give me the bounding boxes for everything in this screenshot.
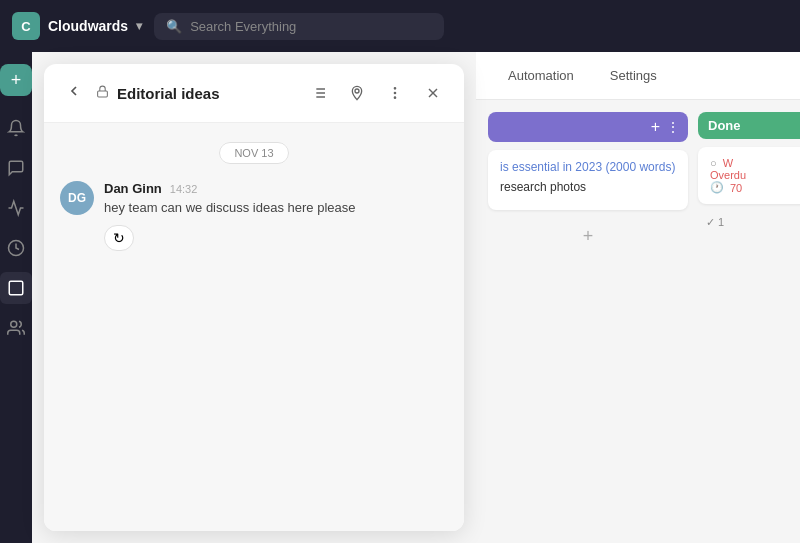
avatar: DG xyxy=(60,181,94,215)
tab-automation[interactable]: Automation xyxy=(492,60,590,91)
message-row: DG Dan Ginn 14:32 hey team can we discus… xyxy=(60,181,448,251)
brand-area[interactable]: C Cloudwards ▾ xyxy=(12,12,142,40)
task-time: 🕐 70 xyxy=(710,181,800,194)
sidebar-item-users[interactable] xyxy=(0,312,32,344)
svg-point-12 xyxy=(394,92,395,93)
task-time-value: 70 xyxy=(730,182,742,194)
sidebar-item-bell[interactable] xyxy=(0,112,32,144)
topbar: C Cloudwards ▾ 🔍 xyxy=(0,0,800,52)
task-subtask: research photos xyxy=(500,180,676,194)
message-author: Dan Ginn xyxy=(104,181,162,196)
search-icon: 🔍 xyxy=(166,19,182,34)
search-bar[interactable]: 🔍 xyxy=(154,13,444,40)
done-task: ○ W Overdu 🕐 70 xyxy=(698,147,800,204)
message-text: hey team can we discuss ideas here pleas… xyxy=(104,199,448,217)
column-header-purple: + ⋮ xyxy=(488,112,688,142)
column-menu-button[interactable]: ⋮ xyxy=(666,119,680,135)
chat-panel: Editorial ideas xyxy=(44,64,464,531)
check-count: ✓ 1 xyxy=(698,212,800,233)
pin-icon-btn[interactable] xyxy=(342,78,372,108)
kanban-area: Automation Settings + ⋮ is essential in … xyxy=(476,52,800,543)
add-button[interactable]: + xyxy=(0,64,32,96)
kanban-column-done: Done 1 Task w... ○ W Overdu 🕐 xyxy=(698,112,800,531)
sidebar-item-chart[interactable] xyxy=(0,192,32,224)
kanban-task: is essential in 2023 (2000 words) resear… xyxy=(488,150,688,210)
sidebar-item-chat[interactable] xyxy=(0,152,32,184)
message-time: 14:32 xyxy=(170,183,198,195)
kanban-content: + ⋮ is essential in 2023 (2000 words) re… xyxy=(476,100,800,543)
svg-point-10 xyxy=(355,89,359,93)
back-button[interactable] xyxy=(60,81,88,105)
filter-icon-btn[interactable] xyxy=(304,78,334,108)
date-divider: NOV 13 xyxy=(60,143,448,161)
svg-point-11 xyxy=(394,88,395,89)
brand-chevron-icon: ▾ xyxy=(136,19,142,33)
done-title: Done xyxy=(708,118,800,133)
svg-rect-1 xyxy=(9,281,23,295)
brand-icon: C xyxy=(12,12,40,40)
content-area: Editorial ideas xyxy=(32,52,800,543)
column-header-done: Done 1 Task w... xyxy=(698,112,800,139)
task-overdue-label: Overdu xyxy=(710,169,800,181)
lock-icon xyxy=(96,85,109,101)
sidebar-item-box[interactable] xyxy=(0,272,32,304)
brand-name: Cloudwards xyxy=(48,18,128,34)
more-icon-btn[interactable] xyxy=(380,78,410,108)
search-input[interactable] xyxy=(190,19,432,34)
tab-settings[interactable]: Settings xyxy=(594,60,673,91)
sidebar-item-clock[interactable] xyxy=(0,232,32,264)
sidebar: + xyxy=(0,52,32,543)
overdue-text: Overdu xyxy=(710,169,746,181)
column-add-button[interactable]: + xyxy=(651,118,660,136)
chat-header: Editorial ideas xyxy=(44,64,464,123)
message-meta: Dan Ginn 14:32 xyxy=(104,181,448,196)
chat-body: NOV 13 DG Dan Ginn 14:32 hey team can we… xyxy=(44,123,464,531)
close-button[interactable] xyxy=(418,78,448,108)
task-overdue: ○ W xyxy=(710,157,800,169)
svg-point-2 xyxy=(11,321,17,327)
svg-rect-3 xyxy=(98,91,108,97)
chat-header-actions xyxy=(304,78,448,108)
chat-title: Editorial ideas xyxy=(117,85,296,102)
task-link[interactable]: is essential in 2023 (2000 words) xyxy=(500,160,676,174)
kanban-tabs: Automation Settings xyxy=(476,52,800,100)
reaction-button[interactable]: ↻ xyxy=(104,225,134,251)
done-task-label: W xyxy=(723,157,733,169)
main-layout: + xyxy=(0,52,800,543)
task-add-button[interactable]: + xyxy=(488,218,688,255)
kanban-column-purple: + ⋮ is essential in 2023 (2000 words) re… xyxy=(488,112,688,531)
message-content: Dan Ginn 14:32 hey team can we discuss i… xyxy=(104,181,448,251)
svg-point-13 xyxy=(394,97,395,98)
